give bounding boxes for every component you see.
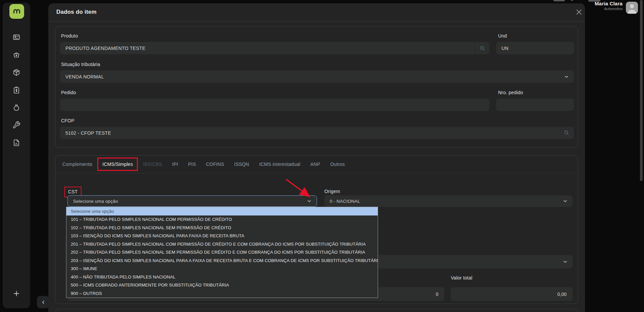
tab-pis[interactable]: PIS	[188, 162, 196, 167]
page-scrollbar[interactable]	[640, 0, 643, 181]
cst-label: CST	[68, 189, 78, 194]
money-bag-icon	[12, 104, 20, 112]
und-label: Und	[498, 33, 507, 39]
report-document-icon	[12, 139, 20, 147]
chevron-down-icon	[307, 198, 312, 204]
cst-option[interactable]: 400 – NÃO TRIBUTADA PELO SIMPLES NACIONA…	[66, 273, 378, 282]
valor-total-value: 0,00	[557, 292, 567, 297]
situacao-tributaria-label: Situação tributária	[61, 62, 100, 67]
tab-icms-interestadual[interactable]: ICMS interestadual	[259, 162, 301, 167]
cutoff-header-text	[553, 0, 565, 1]
tab-issqn[interactable]: ISSQN	[234, 162, 249, 167]
next-section-card	[55, 309, 578, 312]
cfop-value: 5102 - CFOP TESTE	[65, 130, 111, 136]
annotation-box-icms-tab: ICMS/Simples	[97, 158, 138, 171]
situacao-tributaria-value: VENDA NORMAL	[65, 74, 104, 79]
clipboard-dollar-icon	[12, 86, 20, 94]
cst-option[interactable]: 202 – TRIBUTADA PELO SIMPLES NACIONAL SE…	[66, 248, 378, 257]
sidebar-item-produtos[interactable]	[12, 68, 20, 76]
chevron-down-icon	[562, 259, 568, 264]
wrench-icon	[12, 121, 20, 129]
close-icon	[575, 8, 583, 16]
origem-value: 0 - NACIONAL	[330, 199, 360, 204]
tab-icms-simples[interactable]: ICMS/Simples	[102, 162, 133, 167]
tab-anp[interactable]: ANP	[310, 162, 320, 167]
sidebar-item-servicos[interactable]	[12, 121, 20, 129]
cst-select[interactable]: Selecione uma opção	[67, 195, 317, 207]
wave-monogram-icon	[12, 6, 22, 16]
modal-title: Dados do item	[56, 9, 97, 15]
sidebar-item-caixa[interactable]	[12, 104, 20, 112]
situacao-tributaria-select[interactable]: VENDA NORMAL	[60, 70, 574, 83]
sidebar-item-financeiro[interactable]	[12, 86, 20, 94]
tab-ipi[interactable]: IPI	[172, 162, 178, 167]
cst-option-highlighted[interactable]: Selecione uma opção	[66, 207, 378, 215]
cfop-search-button[interactable]	[564, 130, 570, 137]
tab-complemento[interactable]: Complemento	[62, 162, 92, 167]
app-root: Maria Clara Automotivo Dados do item Pro…	[0, 0, 644, 312]
produto-input[interactable]: PRODUTO AGENDAMENTO TESTE	[60, 42, 489, 54]
origem-select[interactable]: 0 - NACIONAL	[324, 195, 573, 207]
valor-total-input[interactable]: 0,00	[451, 287, 573, 301]
item-data-modal: Dados do item Produto PRODUTO AGENDAMENT…	[48, 3, 585, 312]
plus-icon	[12, 290, 20, 298]
nro-pedido-label: Nro. pedido	[498, 90, 523, 95]
sidebar-item-vendas[interactable]	[12, 51, 20, 59]
close-button[interactable]	[575, 8, 583, 16]
pedido-input[interactable]	[60, 99, 489, 111]
chevron-down-icon	[562, 198, 568, 204]
und-value: UN	[501, 46, 508, 51]
chevron-left-icon	[41, 300, 46, 305]
produto-value: PRODUTO AGENDAMENTO TESTE	[65, 46, 146, 51]
tab-ibs-cbs: IBS/CBS	[143, 162, 162, 167]
produto-search-button[interactable]	[475, 42, 489, 54]
cst-option[interactable]: 103 – ISENÇÃO DO ICMS NO SIMPLES NACIONA…	[66, 232, 378, 240]
person-icon	[626, 2, 638, 14]
item-tax-card: Complemento ICMS/Simples IBS/CBS IPI PIS…	[55, 155, 578, 304]
produto-label: Produto	[61, 33, 78, 39]
cst-option[interactable]: 300 – IMUNE	[66, 265, 378, 273]
brand-logo[interactable]	[9, 4, 24, 19]
sidebar-item-cadastros[interactable]	[12, 33, 20, 41]
cst-placeholder: Selecione uma opção	[73, 199, 118, 204]
und-input[interactable]: UN	[496, 42, 574, 54]
cst-option[interactable]: 500 – ICMS COBRADO ANTERIORMENTE POR SUB…	[66, 281, 378, 290]
nro-pedido-input[interactable]	[496, 99, 574, 111]
cst-option[interactable]: 201 – TRIBUTADA PELO SIMPLES NACIONAL CO…	[66, 240, 378, 249]
cst-option[interactable]: 203 – ISENÇÃO DO ICMS NO SIMPLES NACIONA…	[66, 257, 378, 265]
basket-icon	[12, 51, 20, 59]
tab-outros[interactable]: Outros	[330, 162, 345, 167]
cst-option[interactable]: 101 – TRIBUTADA PELO SIMPLES NACIONAL CO…	[66, 215, 378, 224]
quantity-value: 0	[436, 292, 438, 297]
cst-option[interactable]: 900 – OUTROS	[66, 290, 378, 298]
cst-dropdown-list: Selecione uma opção 101 – TRIBUTADA PELO…	[66, 207, 378, 298]
sidebar	[3, 3, 30, 308]
tax-tabs: Complemento ICMS/Simples IBS/CBS IPI PIS…	[55, 155, 578, 173]
cfop-input[interactable]: 5102 - CFOP TESTE	[60, 127, 574, 139]
sidebar-collapse-button[interactable]	[37, 296, 49, 308]
origem-label: Origem	[324, 189, 340, 194]
id-card-icon	[12, 33, 20, 41]
valor-total-label: Valor total	[451, 275, 472, 280]
item-general-card: Produto PRODUTO AGENDAMENTO TESTE Und UN…	[55, 26, 578, 148]
search-icon	[564, 130, 570, 136]
cst-option[interactable]: 102 – TRIBUTADA PELO SIMPLES NACIONAL SE…	[66, 224, 378, 232]
avatar[interactable]	[626, 2, 638, 14]
package-icon	[12, 68, 20, 76]
pedido-label: Pedido	[61, 90, 76, 95]
cfop-label: CFOP	[61, 118, 74, 123]
search-icon	[479, 45, 485, 51]
add-button[interactable]	[12, 290, 20, 298]
sidebar-item-relatorios[interactable]	[12, 139, 20, 147]
modal-header-divider	[48, 21, 585, 22]
tab-cofins[interactable]: COFINS	[206, 162, 224, 167]
chevron-down-icon	[564, 74, 569, 79]
